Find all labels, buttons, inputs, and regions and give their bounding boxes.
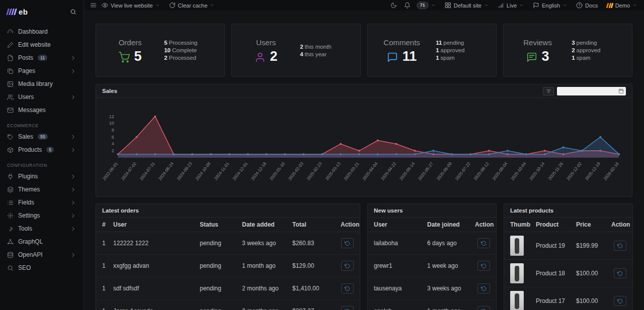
- sidebar-item-openapi[interactable]: OpenAPI: [0, 248, 84, 261]
- user-action-button[interactable]: [477, 261, 490, 271]
- content: Orders 5 5Processing 10Complete 2Process…: [84, 11, 644, 310]
- site-selector[interactable]: Default site: [445, 2, 489, 9]
- sidebar-item-sales[interactable]: Sales 55: [0, 130, 84, 143]
- product-action-button[interactable]: [614, 241, 626, 251]
- clear-cache-menu[interactable]: Clear cache: [169, 2, 215, 9]
- stat-line: 4this year: [300, 51, 356, 58]
- date-range-input[interactable]: [557, 87, 626, 95]
- svg-text:2025-10-04: 2025-10-04: [510, 161, 527, 181]
- svg-text:2025-02-03: 2025-02-03: [287, 161, 305, 181]
- sidebar-item-messages[interactable]: Messages: [0, 104, 84, 117]
- sidebar-item-label: Tools: [18, 225, 32, 232]
- docs-link[interactable]: Docs: [576, 2, 598, 9]
- stat-label: Complete: [172, 47, 197, 53]
- sidebar-item-plugins[interactable]: Plugins: [0, 170, 84, 183]
- product-action-button[interactable]: [614, 296, 626, 306]
- image-icon: [7, 81, 14, 87]
- sidebar-item-settings[interactable]: Settings: [0, 209, 84, 222]
- table-row: enalab 1 month ago: [368, 300, 496, 310]
- tag-icon: [7, 134, 14, 140]
- stat-number: 4: [300, 51, 303, 57]
- sales-count-badge: 55: [38, 134, 48, 140]
- sidebar-item-label: Themes: [18, 186, 40, 193]
- sidebar-item-tools[interactable]: Tools: [0, 222, 84, 235]
- cart-icon: [119, 52, 130, 63]
- order-status: pending: [196, 255, 238, 277]
- order-action-button[interactable]: [341, 283, 354, 293]
- card-value: 11: [403, 50, 417, 63]
- card-left: Comments 11: [368, 38, 436, 63]
- theme-toggle-icon[interactable]: [390, 2, 397, 9]
- order-action-button[interactable]: [341, 306, 354, 310]
- sidebar-item-users[interactable]: Users: [0, 90, 84, 104]
- user-name: grewr1: [368, 255, 423, 277]
- order-action-button[interactable]: [341, 238, 354, 248]
- card-value: 5: [134, 50, 142, 63]
- review-chat-icon: [526, 52, 537, 63]
- sidebar-item-media-library[interactable]: Media library: [0, 77, 84, 90]
- stat-card-users: Users 2 2this month 4this year: [231, 24, 361, 77]
- table-row: Product 18 $100.00: [504, 260, 632, 287]
- table-row: grewr1 1 week ago: [368, 255, 496, 277]
- svg-text:2025-01-10: 2025-01-10: [269, 161, 286, 181]
- svg-text:2024-11-01: 2024-11-01: [213, 161, 230, 181]
- counter-dropdown[interactable]: 71: [417, 2, 436, 9]
- stat-label: pending: [443, 40, 464, 46]
- refresh-icon: [481, 286, 487, 291]
- sidebar-item-themes[interactable]: Themes: [0, 183, 84, 196]
- stat-label: this month: [305, 44, 332, 50]
- sidebar-section-configuration: Configuration: [0, 156, 84, 170]
- card-stats: 11pending 1approved 1spam: [436, 39, 496, 61]
- panel-header: New users: [368, 204, 496, 218]
- product-thumbnail[interactable]: [510, 236, 524, 256]
- app-logo[interactable]: eb: [7, 8, 28, 16]
- refresh-icon: [169, 2, 176, 9]
- language-selector[interactable]: English: [533, 2, 567, 9]
- order-user: sdf sdfsdf: [109, 277, 196, 300]
- refresh-icon: [345, 308, 350, 310]
- svg-text:2025-02-23: 2025-02-23: [305, 161, 323, 181]
- product-name: Product 17: [532, 287, 572, 310]
- environment-selector[interactable]: Live: [498, 2, 524, 9]
- stat-line: 10Complete: [164, 47, 220, 54]
- product-thumbnail[interactable]: [510, 291, 524, 310]
- chevron-right-icon: [70, 199, 76, 206]
- user-action-button[interactable]: [477, 306, 490, 310]
- product-thumbnail[interactable]: [510, 263, 524, 283]
- sidebar-item-posts[interactable]: Posts 11: [0, 51, 84, 64]
- view-live-website-menu[interactable]: View live website: [102, 2, 160, 9]
- product-action-button[interactable]: [614, 268, 626, 278]
- sidebar-item-fields[interactable]: Fields: [0, 196, 84, 209]
- product-name: Product 18: [532, 260, 572, 287]
- refresh-icon: [481, 308, 487, 310]
- chat-icon: [387, 52, 398, 63]
- sidebar-item-products[interactable]: Products 5: [0, 143, 84, 156]
- search-icon[interactable]: [70, 9, 76, 15]
- user-action-button[interactable]: [477, 283, 490, 293]
- demo-label: Demo: [615, 3, 630, 9]
- sidebar-item-edit-website[interactable]: Edit website: [0, 38, 84, 51]
- sidebar-item-pages[interactable]: Pages: [0, 64, 84, 77]
- order-action-button[interactable]: [341, 261, 354, 271]
- menu-icon[interactable]: [90, 2, 97, 9]
- svg-text:2025-07-22: 2025-07-22: [454, 161, 471, 181]
- col-header-status: Status: [196, 218, 238, 232]
- user-action-button[interactable]: [477, 238, 490, 248]
- svg-text:2025-03-13: 2025-03-13: [324, 161, 342, 181]
- svg-text:2024-09-23: 2024-09-23: [176, 161, 193, 181]
- notifications-bell-icon[interactable]: [404, 2, 411, 9]
- stat-number: 5: [164, 40, 167, 46]
- col-header-price: Price: [572, 218, 607, 232]
- sidebar-item-graphql[interactable]: GraphQL: [0, 235, 84, 248]
- order-user: 122222 1222: [109, 232, 196, 255]
- filter-button[interactable]: [543, 87, 554, 95]
- sidebar-item-dashboard[interactable]: Dashboard: [0, 25, 84, 38]
- col-header-user: User: [109, 218, 196, 232]
- sidebar-item-seo[interactable]: SEO: [0, 261, 84, 274]
- refresh-icon: [345, 286, 350, 291]
- chevron-down-icon: [431, 3, 436, 8]
- svg-text:2: 2: [112, 148, 114, 153]
- demo-account-menu[interactable]: Demo: [607, 3, 637, 9]
- card-title: Users: [232, 38, 300, 47]
- order-num: 1: [96, 300, 109, 310]
